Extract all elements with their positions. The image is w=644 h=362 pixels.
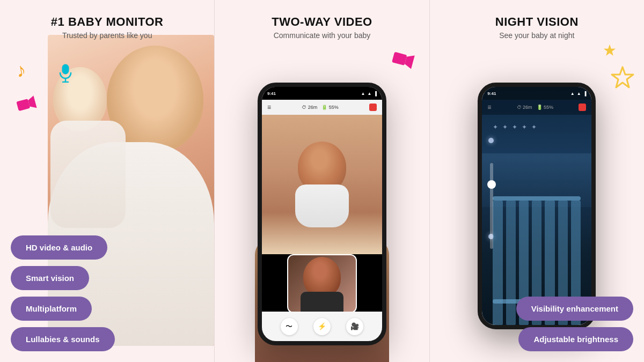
bottom-controls: 〜 ⚡ 🎥	[262, 312, 382, 341]
svg-marker-8	[604, 45, 616, 56]
star-light-3: ✦	[512, 123, 517, 131]
phone-toolbar-middle: ≡ ⏱ 26m 🔋 55%	[262, 100, 382, 115]
clock-icon-right: ⏱ 26m	[517, 105, 532, 110]
video-camera-icon	[15, 94, 39, 117]
feature-pills-left: HD video & audio Smart vision Multiplatf…	[0, 235, 214, 351]
crib-rail-top	[493, 196, 581, 201]
wifi-icon: ▲	[367, 91, 371, 96]
svg-marker-7	[612, 67, 633, 87]
middle-header: TWO-WAY VIDEO Communicate with your baby	[261, 0, 383, 45]
star-light-2: ✦	[502, 123, 508, 131]
pill-brightness: Adjustable brightness	[518, 327, 633, 351]
brightness-thumb[interactable]	[487, 180, 496, 189]
star-deco-small	[602, 43, 617, 61]
star-lights-row: ✦ ✦ ✦ ✦ ✦	[482, 119, 591, 135]
clock-icon-middle: ⏱ 26m	[302, 105, 317, 110]
star-light-4: ✦	[522, 123, 527, 131]
left-header: #1 BABY MONITOR Trusted by parents like …	[40, 0, 174, 45]
left-title: #1 BABY MONITOR	[51, 15, 164, 29]
music-note-icon: ♪	[14, 58, 27, 82]
menu-icon-middle: ≡	[267, 104, 271, 111]
left-subtitle: Trusted by parents like you	[51, 31, 164, 40]
middle-title: TWO-WAY VIDEO	[272, 15, 372, 29]
battery-icon-right: ▐	[583, 91, 587, 96]
wifi-icon-right: ▲	[577, 91, 581, 96]
pill-multiplatform: Multiplatform	[11, 297, 92, 321]
menu-icon-right: ≡	[487, 104, 491, 111]
right-header: NIGHT VISION See your baby at night	[485, 0, 589, 45]
panel-right: NIGHT VISION See your baby at night 9:41…	[430, 0, 644, 362]
night-toolbar: ≡ ⏱ 26m 🔋 55%	[482, 100, 591, 115]
record-btn-right	[579, 104, 586, 111]
middle-subtitle: Communicate with your baby	[272, 31, 372, 40]
toolbar-info-middle: ⏱ 26m 🔋 55%	[302, 105, 339, 110]
camera-off-btn[interactable]: 🎥	[346, 318, 363, 335]
battery-icon-middle: ▐	[374, 91, 377, 96]
camera-deco-icon	[389, 49, 415, 75]
star-light-1: ✦	[493, 123, 498, 131]
baby-figure	[287, 142, 357, 227]
night-toolbar-info: ⏱ 26m 🔋 55%	[517, 105, 554, 110]
star-light-5: ✦	[531, 123, 537, 131]
baby-video-feed	[262, 115, 382, 254]
audio-wave-icon: 〜	[286, 322, 292, 331]
signal-icon: ▲	[361, 91, 365, 96]
status-icons-middle: ▲ ▲ ▐	[361, 91, 377, 96]
microphone-icon	[58, 63, 73, 86]
baby-body	[295, 184, 349, 227]
night-vision-screen: 9:41 ▲ ▲ ▐ ≡ ⏱ 26m 🔋 55% ✦ ✦	[482, 87, 591, 325]
svg-rect-5	[392, 52, 407, 66]
flashlight-icon: ⚡	[318, 322, 326, 330]
parent-figure	[298, 257, 346, 311]
pill-hd-video: HD video & audio	[11, 235, 107, 260]
svg-rect-0	[62, 64, 69, 74]
panel-middle: TWO-WAY VIDEO Communicate with your baby…	[214, 0, 429, 362]
battery-info-right: 🔋 55%	[537, 105, 554, 110]
status-bar-middle: 9:41 ▲ ▲ ▐	[262, 87, 382, 100]
flashlight-btn[interactable]: ⚡	[313, 318, 331, 335]
svg-rect-3	[16, 99, 30, 111]
phone-mockup-right: 9:41 ▲ ▲ ▐ ≡ ⏱ 26m 🔋 55% ✦ ✦	[478, 83, 596, 329]
battery-info-middle: 🔋 55%	[321, 105, 339, 110]
parent-head	[303, 257, 341, 297]
camera-off-icon: 🎥	[350, 322, 359, 330]
pill-lullabies: Lullabies & sounds	[11, 327, 115, 351]
panel-left: #1 BABY MONITOR Trusted by parents like …	[0, 0, 214, 362]
ir-dot-top	[488, 138, 494, 143]
status-time-middle: 9:41	[267, 91, 276, 96]
status-time-right: 9:41	[487, 91, 496, 96]
phone-screen-middle: 9:41 ▲ ▲ ▐ ≡ ⏱ 26m 🔋 55%	[262, 87, 382, 341]
brightness-slider[interactable]	[490, 163, 493, 249]
right-subtitle: See your baby at night	[495, 31, 579, 40]
parent-body	[301, 292, 343, 313]
status-icons-right: ▲ ▲ ▐	[570, 91, 587, 96]
star-deco-large	[609, 64, 636, 96]
signal-icon-right: ▲	[570, 91, 575, 96]
audio-control-btn[interactable]: 〜	[281, 318, 298, 335]
parent-pip-video	[287, 254, 357, 313]
record-button	[369, 104, 377, 111]
status-bar-right: 9:41 ▲ ▲ ▐	[482, 87, 591, 100]
right-title: NIGHT VISION	[495, 15, 579, 29]
feature-pills-right: Visibility enhancement Adjustable bright…	[430, 297, 644, 351]
pill-visibility: Visibility enhancement	[516, 297, 633, 321]
pill-smart-vision: Smart vision	[11, 266, 89, 290]
phone-mockup-middle: 9:41 ▲ ▲ ▐ ≡ ⏱ 26m 🔋 55%	[258, 83, 386, 345]
